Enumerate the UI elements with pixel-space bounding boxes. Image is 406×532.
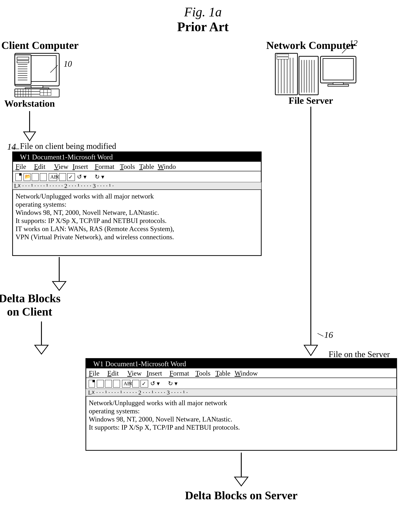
svg-marker-99 (93, 380, 95, 382)
svg-text:View: View (54, 163, 69, 170)
svg-marker-86 (35, 345, 48, 354)
svg-text:Edit: Edit (34, 163, 45, 170)
word-content-top-1: Network/Unplugged works with all major n… (15, 192, 154, 200)
word-content-top-3: Windows 98, NT, 2000, Novell Netware, LA… (15, 209, 159, 216)
file-server-label-text: File on the Server (329, 349, 390, 359)
svg-line-55 (318, 333, 323, 336)
svg-text:Format: Format (95, 163, 114, 170)
svg-rect-71 (32, 173, 38, 181)
client-computer-label: Client Computer (1, 39, 79, 51)
svg-text:Table: Table (215, 369, 231, 377)
word-content-bot-4: It supports: IP X/Sp X, TCP/IP and NETBU… (89, 424, 240, 431)
svg-text:Window: Window (235, 369, 258, 377)
word-content-bot-2: operating systems: (89, 407, 140, 415)
svg-text:↻ ▾: ↻ ▾ (168, 380, 177, 387)
svg-rect-105 (132, 380, 139, 387)
svg-marker-84 (52, 281, 66, 290)
main-diagram: Fig. 1a Prior Art Client Computer 10 Wor… (0, 0, 406, 532)
network-number-label: 12 (349, 38, 358, 48)
svg-text:View: View (127, 369, 142, 377)
file-server-label: File Server (289, 95, 333, 106)
svg-text:Windo: Windo (158, 163, 176, 170)
svg-text:↺ ▾: ↺ ▾ (150, 380, 160, 387)
svg-marker-114 (235, 477, 248, 486)
svg-rect-5 (17, 57, 29, 60)
svg-text:Insert: Insert (146, 369, 162, 377)
label-16: 16 (324, 330, 333, 340)
word-content-top-5: IT works on LAN: WANs, RAS (Remote Acces… (15, 225, 174, 233)
label-14: 14 (7, 142, 16, 152)
svg-rect-102 (113, 380, 120, 387)
svg-rect-100 (97, 380, 104, 387)
svg-rect-50 (323, 59, 354, 80)
svg-rect-33 (275, 53, 297, 95)
file-client-modified-label: File on client being modified (20, 141, 116, 151)
word-title-bottom: W1 Document1-Microsoft Word (93, 360, 186, 368)
svg-text:✓: ✓ (68, 174, 73, 180)
network-computer-label: Network Computer (266, 39, 355, 51)
svg-marker-54 (304, 345, 318, 355)
svg-rect-101 (105, 380, 112, 387)
delta-client-label: Delta Blocks (0, 292, 60, 305)
svg-marker-30 (24, 132, 36, 141)
prior-art-title: Prior Art (177, 20, 229, 34)
svg-rect-40 (277, 54, 289, 56)
svg-text:Format: Format (169, 369, 189, 377)
word-content-bot-1: Network/Unplugged works with all major n… (89, 399, 227, 407)
menu-bottom: File (89, 369, 100, 377)
svg-marker-68 (19, 173, 22, 176)
svg-rect-72 (40, 173, 47, 181)
delta-server-label: Delta Blocks on Server (185, 489, 297, 502)
svg-text:↺ ▾: ↺ ▾ (77, 173, 87, 180)
svg-text:Tools: Tools (120, 163, 135, 170)
svg-text:📂: 📂 (25, 174, 31, 179)
word-content-bot-3: Windows 98, NT, 2000, Novell Netware, LA… (89, 415, 232, 423)
svg-rect-15 (15, 89, 59, 97)
svg-text:Insert: Insert (72, 163, 88, 170)
svg-rect-41 (277, 57, 289, 59)
svg-rect-75 (59, 173, 66, 181)
client-number-label: 10 (64, 59, 72, 68)
ruler-top: L☓ · · · ¹ · · · · ¹ · · · · · 2 · · · ¹… (14, 183, 114, 189)
svg-rect-52 (328, 84, 348, 86)
fig-title: Fig. 1a (184, 5, 222, 19)
workstation-label: Workstation (4, 98, 55, 109)
word-content-top-6: VPN (Virtual Private Network), and wirel… (15, 233, 174, 241)
word-title-top: W1 Document1-Microsoft Word (20, 153, 113, 161)
svg-text:Table: Table (139, 163, 154, 170)
word-content-top-2: operating systems: (15, 201, 66, 208)
svg-text:Tools: Tools (195, 369, 210, 377)
svg-text:Edit: Edit (107, 369, 119, 377)
delta-client-label2: on Client (7, 305, 52, 318)
word-content-top-4: It supports: IP X/Sp X, TCP/IP and NETBU… (15, 217, 167, 224)
svg-text:✓: ✓ (142, 381, 146, 387)
menu-top: File (15, 163, 26, 170)
svg-rect-6 (17, 61, 29, 63)
ruler-bottom: L☓ · · · ¹ · · · · ¹ · · · · · 2 · · · ¹… (88, 389, 188, 396)
svg-text:↻ ▾: ↻ ▾ (95, 173, 104, 180)
